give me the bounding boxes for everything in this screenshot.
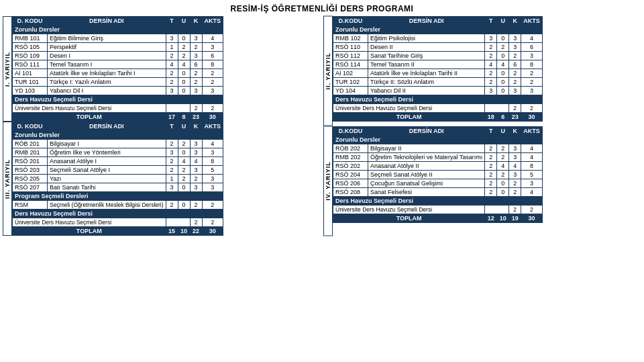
course-num: 3	[521, 179, 543, 187]
havuz-header: Ders Havuzu Seçmeli Dersi	[13, 95, 223, 104]
course-code: RMB 202	[333, 152, 368, 161]
course-num: 2	[485, 170, 497, 179]
table-row: RSÖ 203Seçmeli Sanat Atölye I2235	[13, 166, 223, 175]
course-num: 4	[509, 161, 521, 170]
course-num: 3	[509, 87, 521, 95]
course-num: 3	[202, 183, 223, 192]
table-row: RSÖ 110Desen II2236	[333, 43, 543, 52]
havuz-header: Ders Havuzu Seçmeli Dersi	[333, 95, 543, 104]
course-num: 4	[497, 60, 509, 69]
col-t-2: T	[485, 17, 497, 26]
course-name: Yazı	[48, 175, 166, 183]
course-name: Yabancı Dil II	[368, 87, 485, 95]
course-name: Bilgisayar I	[48, 140, 166, 148]
course-num: 5	[202, 166, 223, 175]
course-num: 2	[485, 69, 497, 78]
course-num: 3	[509, 170, 521, 179]
course-num: 2	[485, 152, 497, 161]
uni-row: Üniversite Ders Havuzu Seçmeli Dersi22	[13, 104, 223, 113]
course-num: 2	[190, 78, 202, 87]
course-num: 4	[485, 60, 497, 69]
yariyil3-block: III. YARIYIL D. KODU DERSİN ADI T U K AK…	[3, 122, 223, 236]
course-code: RSÖ 206	[333, 179, 368, 187]
course-num: 4	[521, 187, 543, 196]
course-num: 4	[521, 144, 543, 152]
course-code: RSÖ 112	[333, 52, 368, 60]
course-code: RSÖ 201	[13, 157, 48, 166]
course-name: Sanat Felsefesi	[368, 187, 485, 196]
course-name: Desen II	[368, 43, 485, 52]
course-num: 0	[497, 52, 509, 60]
col-k-3: K	[190, 122, 202, 131]
course-code: RSÖ 207	[13, 183, 48, 192]
yariyil1-block: I. YARIYIL D. KODU DERSİN ADI T U K AKTS	[3, 16, 223, 122]
col-k-4: K	[509, 126, 521, 135]
course-name: Türkçe II: Sözlü Anlatım	[368, 78, 485, 87]
course-num: 3	[190, 87, 202, 95]
yariyil3-section-header: Zorunlu Dersler	[13, 131, 223, 140]
course-code: RÖB 201	[13, 140, 48, 148]
yariyil2-label: II. YARIYIL	[323, 16, 333, 126]
course-num: 3	[166, 183, 178, 192]
table-row: RSÖ 111Temel Tasarım I4468	[13, 60, 223, 69]
uni-row: Üniversite Ders Havuzu Seçmeli Dersi22	[13, 218, 223, 227]
course-num: 0	[178, 148, 190, 157]
course-num: 4	[178, 60, 190, 69]
course-name: Türkçe I: Yazılı Anlatım	[48, 78, 166, 87]
course-num: 1	[166, 43, 178, 52]
yariyil4-body: RÖB 202Bilgisayar II2234RMB 202Öğretim T…	[333, 144, 543, 222]
yariyil3-table: D. KODU DERSİN ADI T U K AKTS Zorunlu De…	[12, 122, 223, 236]
course-num: 2	[190, 43, 202, 52]
course-num: 0	[178, 78, 190, 87]
table-row: RMB 202Öğretim Teknolojileri ve Materyal…	[333, 152, 543, 161]
course-code: RMB 102	[333, 34, 368, 43]
col-u-3: U	[178, 122, 190, 131]
course-name: Batı Sanatı Tarihi	[48, 183, 166, 192]
left-panel: I. YARIYIL D. KODU DERSİN ADI T U K AKTS	[3, 16, 321, 236]
table-row: Aİ 102Atatürk İlke ve İnkılapları Tarihi…	[333, 69, 543, 78]
course-num: 3	[521, 52, 543, 60]
yariyil3-table-wrap: D. KODU DERSİN ADI T U K AKTS Zorunlu De…	[12, 122, 223, 236]
course-num: 2	[190, 69, 202, 78]
course-num: 3	[190, 183, 202, 192]
course-code: RSÖ 208	[333, 187, 368, 196]
course-num: 0	[497, 34, 509, 43]
col-kodu-3: D. KODU	[13, 122, 48, 131]
course-num: 3	[190, 148, 202, 157]
yariyil4-section-header: Zorunlu Dersler	[333, 135, 543, 144]
course-code: YD 103	[13, 87, 48, 95]
course-num: 6	[509, 60, 521, 69]
course-num: 2	[485, 52, 497, 60]
course-name: Anasanat Atölye II	[368, 161, 485, 170]
course-num: 2	[166, 140, 178, 148]
table-row: RSÖ 204Seçmeli Sanat Atölye II2235	[333, 170, 543, 179]
course-num: 0	[178, 34, 190, 43]
course-num: 4	[166, 60, 178, 69]
havuz-header: Ders Havuzu Seçmeli Dersi	[13, 210, 223, 218]
course-name: Temel Tasarım II	[368, 60, 485, 69]
course-num: 3	[190, 140, 202, 148]
course-num: 2	[485, 161, 497, 170]
course-num: 3	[509, 144, 521, 152]
yariyil1-section-header: Zorunlu Dersler	[13, 26, 223, 34]
course-num: 2	[190, 175, 202, 183]
table-row: YD 104Yabancı Dil II3033	[333, 87, 543, 95]
course-num: 2	[497, 152, 509, 161]
yariyil2-body: RMB 102Eğitim Psikolojisi3034RSÖ 110Dese…	[333, 34, 543, 122]
course-name: Öğretim İlke ve Yöntemleri	[48, 148, 166, 157]
course-num: 5	[521, 170, 543, 179]
table-row: RSÖ 207Batı Sanatı Tarihi3033	[13, 183, 223, 192]
course-num: 4	[202, 34, 223, 43]
course-num: 3	[509, 43, 521, 52]
col-akts-3: AKTS	[202, 122, 223, 131]
course-num: 2	[166, 69, 178, 78]
course-num: 2	[178, 166, 190, 175]
col-name-2: DERSİN ADI	[368, 17, 485, 26]
table-row: RSÖ 109Desen I2236	[13, 52, 223, 60]
total-row: TOPLAM1782330	[13, 113, 223, 122]
course-num: 3	[202, 148, 223, 157]
table-row: TUR 102Türkçe II: Sözlü Anlatım2022	[333, 78, 543, 87]
course-num: 2	[178, 52, 190, 60]
yariyil3-label: III. YARIYIL	[3, 122, 12, 236]
course-num: 2	[178, 175, 190, 183]
